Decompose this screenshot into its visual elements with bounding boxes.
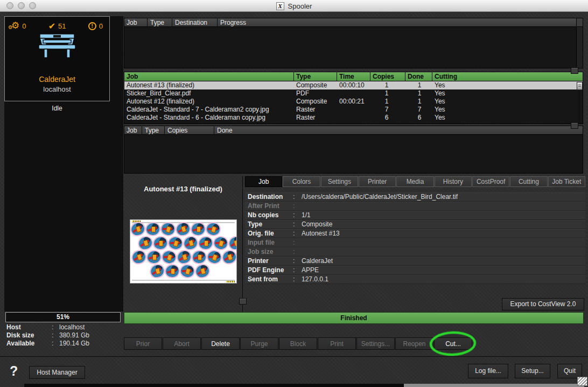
stat-processing-count: 0 xyxy=(22,22,26,30)
column-header[interactable]: Type xyxy=(296,73,311,80)
job-status-bar: Finished xyxy=(124,312,584,324)
column-header[interactable]: Job xyxy=(127,19,137,26)
column-header[interactable]: Done xyxy=(408,73,424,80)
quit-button[interactable]: Quit xyxy=(557,364,582,378)
printer-status: Idle xyxy=(5,105,109,112)
tab-job-ticket[interactable]: Job Ticket xyxy=(548,176,585,187)
tab-costproof[interactable]: CostProof xyxy=(472,176,509,187)
job-preview-panel: Autonest #13 (finalized) xyxy=(124,175,242,312)
field-orig-file: Orig. file:Autonest #13 xyxy=(245,229,585,238)
queue-table: Job Type Copies Done xyxy=(124,126,583,174)
disk-size-row: Disk size:380.91 Gb xyxy=(6,331,122,340)
sticker-thumb xyxy=(228,236,237,251)
background-window-edge xyxy=(24,384,404,387)
sticker-row xyxy=(130,223,236,237)
field-destination: Destination:/Users/caldera/Public/Calder… xyxy=(245,192,585,202)
sticker-thumb xyxy=(166,265,179,277)
tab-cutting[interactable]: Cutting xyxy=(510,176,547,187)
tab-colors[interactable]: Colors xyxy=(283,176,320,187)
stat-errors: ! 0 xyxy=(88,22,103,30)
tab-media[interactable]: Media xyxy=(396,176,433,187)
sticker-thumb xyxy=(148,251,160,263)
splitter-handle[interactable] xyxy=(571,122,578,129)
background-window-edge xyxy=(404,384,584,387)
sticker-row xyxy=(131,251,236,265)
column-header[interactable]: Job xyxy=(127,127,137,134)
print-button[interactable]: Print xyxy=(318,337,356,350)
sticker-thumb xyxy=(130,222,145,237)
stat-processing: ⚙⚙ 0 xyxy=(11,22,26,30)
field-nb-copies: Nb copies:1/1 xyxy=(245,211,585,220)
column-header[interactable]: Type xyxy=(150,19,164,26)
sticker-thumb xyxy=(154,237,167,249)
prior-button[interactable]: Prior xyxy=(124,337,162,350)
spooled-table-header: Job Type Time Copies Done Cutting xyxy=(124,72,583,81)
host-row: Host:localhost xyxy=(6,323,122,331)
job-row[interactable]: Sticker_Bird_Clear.pdf PDF 1 1 Yes xyxy=(124,89,583,98)
sticker-thumb xyxy=(167,236,183,251)
job-row[interactable]: Autonest #12 (finalized) Composite 00:00… xyxy=(124,98,583,106)
reopen-button[interactable]: Reopen xyxy=(395,337,433,350)
vertical-splitter[interactable] xyxy=(242,176,243,312)
field-after-print: After Print: xyxy=(245,202,585,211)
column-header[interactable]: Type xyxy=(145,127,159,134)
jobs-table-scrollbar-thumb[interactable] xyxy=(577,82,583,90)
column-header[interactable]: Done xyxy=(217,127,233,134)
abort-button[interactable]: Abort xyxy=(163,337,201,350)
column-header[interactable]: Copies xyxy=(373,73,394,80)
settings-button[interactable]: Settings... xyxy=(356,337,395,350)
preview-image[interactable] xyxy=(130,219,237,284)
help-icon[interactable]: ? xyxy=(10,363,18,379)
job-row[interactable]: CalderaJet - Standard - 6 - Calderaman c… xyxy=(124,114,583,122)
resize-grip[interactable] xyxy=(577,377,587,386)
tab-job[interactable]: Job xyxy=(245,176,282,187)
purge-button[interactable]: Purge xyxy=(240,337,278,350)
column-header[interactable]: Destination xyxy=(175,19,207,26)
tab-printer[interactable]: Printer xyxy=(359,176,396,187)
sticker-thumb xyxy=(183,236,198,251)
tab-history[interactable]: History xyxy=(435,176,472,187)
printer-card[interactable]: ⚙⚙ 0 ✔ 51 ! 0 xyxy=(4,16,110,101)
field-printer: Printer:CalderaJet xyxy=(245,257,585,266)
available-row: Available:190.14 Gb xyxy=(6,340,122,348)
printer-stats: ⚙⚙ 0 ✔ 51 ! 0 xyxy=(8,21,106,31)
sticker-thumb xyxy=(179,264,195,279)
job-action-buttons: Prior Abort Delete Purge Block Print Set… xyxy=(124,337,472,350)
queue-table-header: Job Type Copies Done xyxy=(124,126,583,135)
host-info: Host:localhost Disk size:380.91 Gb Avail… xyxy=(6,323,122,348)
window-title: Spooler xyxy=(288,2,312,10)
column-header[interactable]: Cutting xyxy=(435,73,457,80)
export-costview-button[interactable]: Export to CostView 2.0 xyxy=(502,298,584,310)
field-job-size: Job size: xyxy=(245,247,585,257)
x11-app-icon: X xyxy=(276,2,284,10)
window-titlebar[interactable]: X Spooler xyxy=(0,0,588,12)
sticker-thumb xyxy=(131,250,146,265)
setup-button[interactable]: Setup... xyxy=(515,364,550,378)
job-info-fields: Destination:/Users/caldera/Public/Calder… xyxy=(245,192,585,284)
column-header[interactable]: Progress xyxy=(220,19,246,26)
check-icon: ✔ xyxy=(48,21,55,31)
field-pdf-engine: PDF Engine:APPE xyxy=(245,266,585,275)
stat-done-count: 51 xyxy=(58,22,66,30)
delete-button[interactable]: Delete xyxy=(201,337,240,350)
sticker-row xyxy=(138,237,236,251)
spooled-jobs-table: Job Type Time Copies Done Cutting Autone… xyxy=(124,72,583,124)
block-button[interactable]: Block xyxy=(279,337,317,350)
job-row[interactable]: CalderaJet - Standard - 7 - Calderaman2 … xyxy=(124,106,583,114)
column-header[interactable]: Copies xyxy=(167,127,187,134)
sticker-thumb xyxy=(146,223,159,235)
printing-table-scrollbar[interactable] xyxy=(576,18,583,68)
column-header[interactable]: Time xyxy=(339,73,354,80)
job-row[interactable]: Autonest #13 (finalized) Composite 00:00… xyxy=(124,81,583,89)
registration-marks xyxy=(226,281,235,282)
host-manager-button[interactable]: Host Manager xyxy=(29,366,85,379)
sticker-thumb xyxy=(192,223,205,235)
tab-settings[interactable]: Settings xyxy=(321,176,358,187)
stat-done: ✔ 51 xyxy=(48,21,66,31)
log-file-button[interactable]: Log file... xyxy=(468,364,508,378)
sticker-thumb xyxy=(176,250,192,265)
splitter-handle[interactable] xyxy=(571,67,578,74)
cut-button[interactable]: Cut... xyxy=(434,337,472,350)
column-header[interactable]: Job xyxy=(127,73,138,80)
sticker-thumb xyxy=(221,250,237,265)
